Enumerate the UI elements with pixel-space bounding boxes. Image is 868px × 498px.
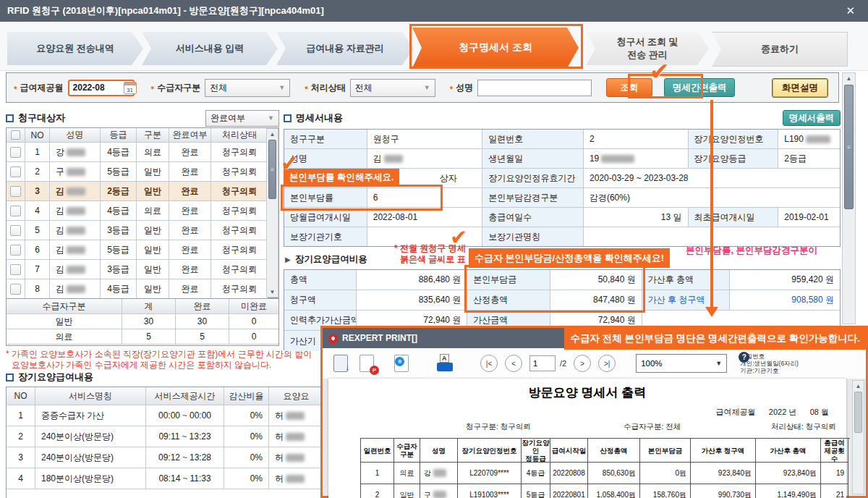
- redacted-name: [67, 168, 85, 176]
- service-row[interactable]: 4 180분이상(방문당) 08:14~11:33 0% 허: [7, 468, 323, 489]
- service-row[interactable]: 3 240분이상(방문당) 09:12~13:28 0% 허: [7, 447, 323, 468]
- page-number-input[interactable]: [529, 355, 556, 371]
- complete-filter-select[interactable]: 완료여부▼: [205, 110, 279, 127]
- window-title: RFID 원청구 (2018년이후)[npca014m01] - 방문요양[원청…: [7, 4, 324, 17]
- col-status: 처리상태: [211, 128, 268, 143]
- row-checkbox[interactable]: [10, 264, 21, 275]
- select-all-checkbox[interactable]: [11, 130, 20, 140]
- save-icon[interactable]: ↓: [331, 354, 350, 373]
- chevron-down-icon: ▼: [268, 114, 274, 122]
- row-checkbox[interactable]: [10, 166, 21, 177]
- service-row[interactable]: 1 중증수급자 가산 00:00~00:00 0% 허: [7, 405, 323, 426]
- scrollbar-thumb[interactable]: ≡: [844, 85, 854, 209]
- scroll-up-icon[interactable]: ▲: [843, 73, 855, 83]
- col-grade: 등급: [101, 128, 137, 143]
- window-titlebar: RFID 원청구 (2018년이후)[npca014m01] - 방문요양[원청…: [0, 0, 868, 22]
- services-table: NO 서비스명칭 서비스제공시간 감산비율 요양요 1 중증수급자 가산 00:…: [6, 387, 324, 498]
- doc-meta-row: 청구구분: 청구의뢰 수급자구분: 전체 처리상태: 청구의뢰: [328, 422, 846, 436]
- service-row[interactable]: 2 240분이상(방문당) 09:11~13:23 0% 허: [7, 426, 323, 447]
- doc-claim-type: 청구구분: 청구의뢰: [466, 422, 531, 432]
- table-row[interactable]: 1 강 4등급 의료 완료 청구의뢰: [7, 143, 278, 162]
- redacted-name: [286, 412, 305, 420]
- tab-statement-view[interactable]: 청구명세서 조회: [412, 28, 579, 68]
- row-checkbox[interactable]: [10, 245, 21, 256]
- redacted-name: [286, 454, 305, 462]
- tab-benefit-data[interactable]: 급여내용 자료관리: [276, 32, 414, 65]
- scroll-up-icon[interactable]: ▲: [267, 129, 278, 139]
- check-icon: ✔: [281, 153, 298, 174]
- scrollbar-thumb[interactable]: ≡: [268, 140, 276, 199]
- print-page: 방문요양 명세서 출력 급여제공월 2022 년 08 월 청구구분: 청구의뢰…: [328, 379, 846, 498]
- table-row[interactable]: 4 김 4등급 의료 완료 청구의뢰: [7, 201, 278, 221]
- help-button[interactable]: 화면설명: [772, 78, 828, 98]
- tab-strip: 요양요원 전송내역 서비스내용 입력 급여내용 자료관리 청구명세서 조회 청구…: [0, 22, 868, 71]
- table-row[interactable]: 5 김 3등급 일반 완료 청구의뢰: [7, 221, 278, 240]
- connector-arrow-icon: [705, 307, 718, 317]
- row-checkbox[interactable]: [10, 147, 21, 158]
- section-bullet-icon: [6, 114, 14, 122]
- scroll-up-icon[interactable]: ▲: [853, 381, 864, 391]
- calendar-icon[interactable]: 31: [124, 82, 137, 94]
- doc-row: 1 의료 강 L220709**** 4등급 20220808 850,630원…: [361, 463, 850, 484]
- table-row[interactable]: 6 김 5등급 일반 완료 청구의뢰: [7, 240, 278, 260]
- tab-exit[interactable]: 종료하기: [712, 32, 848, 67]
- recipient-type-select[interactable]: 전체▼: [205, 79, 290, 97]
- redacted-name: [286, 433, 305, 441]
- status-select[interactable]: 전체▼: [350, 79, 435, 97]
- col-no: NO: [25, 128, 50, 143]
- self-pay-annotation: 수급자 본인부담금/산정총액을 확인해주세요!: [469, 248, 670, 268]
- scrollbar-thumb[interactable]: [854, 392, 862, 433]
- rexpert-pin-icon: [326, 332, 339, 345]
- redacted-name: [384, 155, 403, 163]
- redacted-value: [601, 155, 634, 163]
- family-caregiver-note: * 가족인 요양보호사가 소속된 직장(장기요양기관 포함)에서 근무한 시간의…: [6, 349, 317, 371]
- recipient-summary-table: 수급자구분 계 완료 미완료 일반 30 30 0 의료 5 5 0: [6, 298, 279, 346]
- tab-service-input[interactable]: 서비스내용 입력: [142, 32, 278, 65]
- doc-recipient-type: 수급자구분: 전체: [624, 422, 681, 432]
- section-bullet-icon: [284, 114, 292, 122]
- row-checkbox[interactable]: [10, 186, 21, 197]
- check-icon: ✔: [650, 59, 670, 83]
- search-button[interactable]: 조회: [606, 78, 652, 97]
- close-icon[interactable]: ✕: [840, 4, 861, 17]
- app-window: RFID 원청구 (2018년이후)[npca014m01] - 방문요양[원청…: [0, 0, 868, 498]
- name-input[interactable]: [477, 80, 592, 96]
- password-hint: ? 비밀번호 개인:생년월일(6자리) 기관:기관기호: [740, 353, 799, 374]
- claim-table-scrollbar[interactable]: ▲ ≡ ▼: [266, 128, 278, 297]
- next-page-button[interactable]: >: [574, 355, 591, 372]
- table-row[interactable]: 8 김 4등급 일반 완료 청구의뢰: [7, 279, 278, 299]
- tab-claim-send[interactable]: 청구서 조회 및 전송 관리: [586, 32, 709, 65]
- table-row[interactable]: 2 구 5등급 일반 완료 청구의뢰: [7, 162, 278, 182]
- doc-status: 처리상태: 청구의뢰: [771, 422, 836, 432]
- month-label: 급여제공월: [14, 82, 64, 94]
- prev-page-button[interactable]: <: [505, 355, 522, 372]
- claim-targets-table: NO 성명 등급 구분 완료여부 처리상태 1 강 4등급 의료 완료 청구의뢰…: [6, 127, 279, 298]
- print-icon[interactable]: A: [435, 354, 454, 373]
- main-scrollbar[interactable]: ▲ ≡: [842, 72, 856, 324]
- doc-title: 방문요양 명세서 출력: [328, 384, 846, 401]
- doc-row: 2 일반 구 L191003**** 5등급 20220801 1,058,40…: [361, 484, 850, 498]
- first-page-button[interactable]: |<: [480, 355, 498, 372]
- redacted-name: [67, 148, 85, 156]
- scroll-down-icon[interactable]: ▼: [267, 287, 278, 297]
- chevron-down-icon: ▼: [424, 84, 430, 91]
- statement-header: 명세서내용 명세서출력: [284, 109, 841, 127]
- quick-print-button[interactable]: 명세간편출력: [664, 78, 735, 97]
- preview-scrollbar[interactable]: ▲: [852, 380, 864, 494]
- row-checkbox[interactable]: [10, 225, 21, 236]
- tab-transfer-history[interactable]: 요양요원 전송내역: [7, 32, 143, 65]
- col-name: 성명: [50, 128, 101, 143]
- chevron-down-icon: ▼: [715, 360, 722, 367]
- table-row[interactable]: 7 김 3등급 일반 완료 청구의뢰: [7, 260, 278, 279]
- pdf-export-icon[interactable]: P: [357, 354, 376, 373]
- claim-targets-header: 청구대상자 완료여부▼: [6, 109, 279, 127]
- statement-print-button[interactable]: 명세서출력: [783, 110, 841, 126]
- row-checkbox[interactable]: [10, 284, 21, 295]
- hwp-export-icon[interactable]: ㅎ: [392, 354, 411, 373]
- last-page-button[interactable]: >|: [598, 355, 616, 372]
- table-row-selected[interactable]: 3 김 2등급 일반 완료 청구의뢰: [7, 182, 278, 201]
- redacted-name: [67, 246, 85, 254]
- triangle-bullet-icon: ▶: [285, 256, 291, 263]
- zoom-select[interactable]: 100%▼: [636, 354, 727, 373]
- row-checkbox[interactable]: [10, 206, 21, 216]
